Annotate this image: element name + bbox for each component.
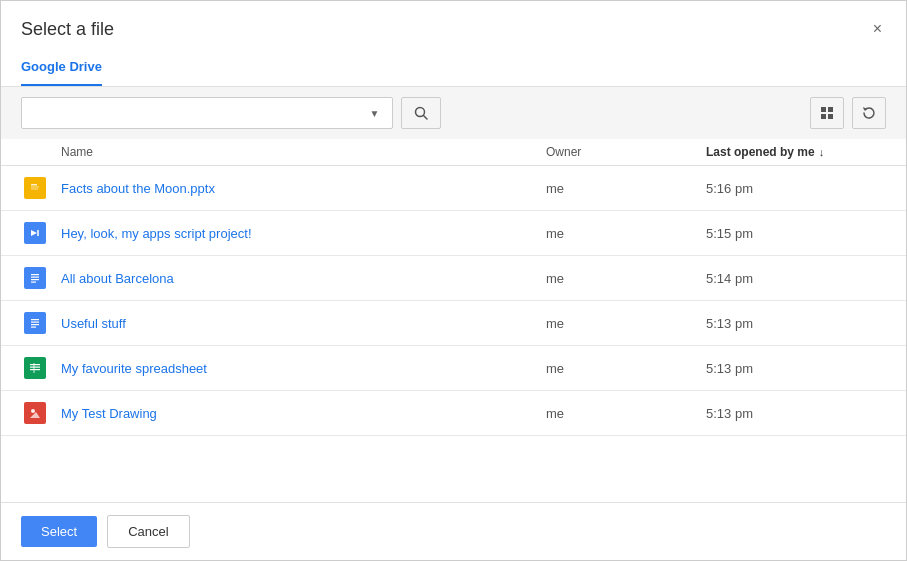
svg-rect-4 [821,114,826,119]
tabs-bar: Google Drive [1,49,906,87]
grid-view-button[interactable] [810,97,844,129]
tab-google-drive[interactable]: Google Drive [21,49,102,86]
close-button[interactable]: × [869,17,886,41]
file-icon [21,399,49,427]
file-icon [21,354,49,382]
search-button[interactable] [401,97,441,129]
svg-rect-18 [31,319,39,320]
file-owner: me [546,181,706,196]
file-date: 5:13 pm [706,406,886,421]
file-name: Useful stuff [61,316,546,331]
svg-marker-10 [31,230,37,236]
svg-rect-14 [31,277,39,278]
svg-rect-24 [30,367,40,368]
file-date: 5:16 pm [706,181,886,196]
col-owner-header: Owner [546,145,706,159]
dialog-header: Select a file × [1,1,906,41]
svg-rect-19 [31,322,39,323]
file-date: 5:13 pm [706,361,886,376]
svg-rect-25 [30,369,40,370]
file-icon [21,219,49,247]
file-list-body[interactable]: Facts about the Moon.pptx me 5:16 pm Hey… [1,166,906,502]
file-icon [21,174,49,202]
svg-rect-20 [31,324,39,325]
svg-rect-22 [29,361,41,375]
file-date: 5:13 pm [706,316,886,331]
svg-rect-5 [828,114,833,119]
file-date: 5:15 pm [706,226,886,241]
svg-rect-3 [828,107,833,112]
file-owner: me [546,226,706,241]
svg-rect-13 [31,274,39,275]
search-icon [414,106,428,120]
file-owner: me [546,271,706,286]
refresh-button[interactable] [852,97,886,129]
doc-icon [24,312,46,334]
table-row[interactable]: Hey, look, my apps script project! me 5:… [1,211,906,256]
sort-arrow-icon: ↓ [819,146,825,158]
file-name: My favourite spreadsheet [61,361,546,376]
select-file-dialog: Select a file × Google Drive ▼ [0,0,907,561]
svg-rect-12 [29,271,41,285]
dropdown-arrow-icon[interactable]: ▼ [366,108,384,119]
dialog-footer: Select Cancel [1,502,906,560]
dialog-title: Select a file [21,19,114,40]
file-icon [21,264,49,292]
svg-rect-23 [30,364,40,365]
refresh-icon [862,106,876,120]
file-owner: me [546,406,706,421]
svg-rect-17 [29,316,41,330]
svg-rect-16 [31,282,36,283]
pptx-icon [24,177,46,199]
table-row[interactable]: Facts about the Moon.pptx me 5:16 pm [1,166,906,211]
svg-rect-7 [31,184,37,186]
svg-rect-9 [31,189,38,190]
col-date-header: Last opened by me ↓ [706,145,886,159]
toolbar: ▼ [1,87,906,139]
grid-icon [820,106,834,120]
svg-rect-15 [31,279,39,280]
svg-rect-8 [31,187,39,188]
script-icon [24,222,46,244]
table-row[interactable]: My Test Drawing me 5:13 pm [1,391,906,436]
file-name: All about Barcelona [61,271,546,286]
file-list-header: Name Owner Last opened by me ↓ [1,139,906,166]
table-row[interactable]: All about Barcelona me 5:14 pm [1,256,906,301]
select-button[interactable]: Select [21,516,97,547]
search-container: ▼ [21,97,393,129]
svg-rect-6 [30,182,40,194]
cancel-button[interactable]: Cancel [107,515,189,548]
sheet-icon [24,357,46,379]
file-icon [21,309,49,337]
svg-rect-2 [821,107,826,112]
file-name: My Test Drawing [61,406,546,421]
file-name: Facts about the Moon.pptx [61,181,546,196]
table-row[interactable]: Useful stuff me 5:13 pm [1,301,906,346]
file-owner: me [546,361,706,376]
svg-line-1 [423,116,427,120]
drawing-icon [24,402,46,424]
file-date: 5:14 pm [706,271,886,286]
table-row[interactable]: My favourite spreadsheet me 5:13 pm [1,346,906,391]
file-name: Hey, look, my apps script project! [61,226,546,241]
svg-rect-21 [31,327,36,328]
search-input[interactable] [30,106,366,121]
svg-point-28 [31,409,35,413]
file-owner: me [546,316,706,331]
col-name-header: Name [21,145,546,159]
doc-icon [24,267,46,289]
